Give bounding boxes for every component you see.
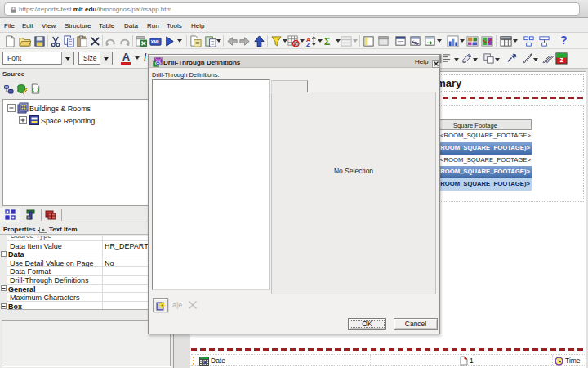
svg-text:z: z <box>559 56 563 64</box>
svg-text:Z: Z <box>306 41 310 47</box>
svg-text:XML: XML <box>151 39 161 44</box>
svg-text:Σ: Σ <box>324 36 330 47</box>
